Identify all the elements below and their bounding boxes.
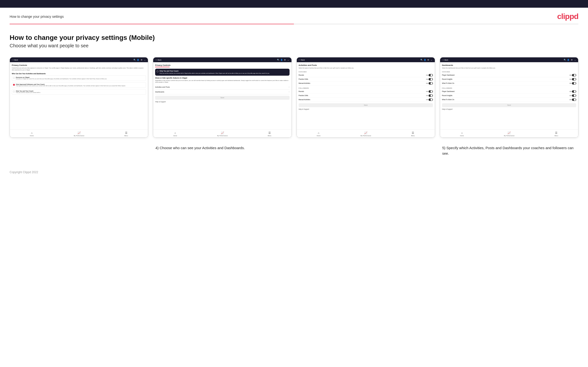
phone2-footer: ⌂ Home 📈 My Performance ☰ Menu <box>153 129 291 137</box>
privacy-title: Privacy Controls <box>12 64 146 66</box>
person-icon-4: 👤 <box>567 58 570 61</box>
search-icon-3: 🔍 <box>420 58 423 61</box>
phone4-section-title: Dashboards <box>442 64 576 66</box>
popup-radio <box>156 70 158 72</box>
copyright-text: Copyright Clippd 2022 <box>10 171 38 174</box>
phone-mockup-4: ‹ < Back 🔍 👤 ⚙ ⌄ Dashboards Select the d… <box>440 57 578 138</box>
footer-performance-3: 📈 My Performance <box>361 131 371 136</box>
toggle-switch-followers-what-to-work <box>572 99 576 101</box>
save-button-2: Save <box>155 96 289 100</box>
caption-phone1-empty <box>10 145 148 151</box>
toggle-switch-followers-round-insights <box>572 94 576 97</box>
menu-icon-4: ☰ <box>554 131 558 134</box>
footer-performance-4: 📈 My Performance <box>504 131 514 136</box>
privacy-desc: Control how you and your data appears to… <box>12 67 146 71</box>
phone1-back: ‹ < Back <box>12 59 18 61</box>
captions-area: 4) Choose who can see your Activities an… <box>10 145 578 156</box>
toggle-coaches-round-insights: Round Insights ON <box>442 77 576 81</box>
toggle-followers-rounds: Rounds ON <box>299 90 433 94</box>
chart-icon-3: 📈 <box>364 131 367 134</box>
toggle-switch-coaches-player-dash <box>572 74 576 76</box>
caption-step5: 5) Specify which Activities, Posts and D… <box>440 145 578 156</box>
caption-right: 5) Specify which Activities, Posts and D… <box>296 145 579 156</box>
footer-menu-3: ☰ Menu <box>411 131 415 136</box>
page-subheading: Choose what you want people to see <box>10 43 578 49</box>
toggle-coaches-drills: Practice Drills ON <box>299 77 433 81</box>
footer-home-2: ⌂ Home <box>173 131 177 136</box>
chart-icon-4: 📈 <box>507 131 511 134</box>
footer-performance-2: 📈 My Performance <box>217 131 228 136</box>
header-title: How to change your privacy settings <box>10 15 64 18</box>
screenshots-grid: ‹ < Back 🔍 👤 ⚙ ⌄ Privacy Controls Contro… <box>10 57 578 138</box>
help-section-2: Help & Support <box>155 100 289 104</box>
menu-item-activities: Activities and Posts › <box>155 85 289 90</box>
phone4-content: Dashboards Select the dashboards that yo… <box>440 62 578 129</box>
phone4-footer: ⌂ Home 📈 My Performance ☰ Menu <box>440 129 578 137</box>
info-section: Show or hide specific features in Clippd… <box>155 77 289 83</box>
toggle-followers-drills: Practice Drills ON <box>299 94 433 98</box>
chevron-right-activities: › <box>289 86 290 88</box>
chevron-down-icon-4: ⌄ <box>574 58 576 61</box>
toggle-switch-followers-drills <box>429 94 433 97</box>
coaches-label-3: COACHES <box>299 71 433 73</box>
toggle-followers-manual: Manual Activities ON <box>299 98 433 102</box>
chevron-left-icon: ‹ <box>12 59 12 61</box>
chevron-right-dashboards: › <box>289 91 290 93</box>
phone2-icons: 🔍 👤 ⚙ ⌄ <box>277 58 290 61</box>
phone4-header: ‹ < Back 🔍 👤 ⚙ ⌄ <box>440 57 578 62</box>
phone3-footer: ⌂ Home 📈 My Performance ☰ Menu <box>297 129 435 137</box>
chart-icon: 📈 <box>78 131 81 134</box>
top-bar <box>0 0 588 8</box>
caption-left: 4) Choose who can see your Activities an… <box>10 145 292 156</box>
home-icon-3: ⌂ <box>317 131 320 134</box>
toggle-switch-coaches-drills <box>429 78 433 80</box>
coaches-label-4: COACHES <box>442 71 576 73</box>
menu-icon-3: ☰ <box>411 131 415 134</box>
toggle-coaches-what-to-work: What To Work On ON <box>442 81 576 85</box>
menu-item-dashboards: Dashboards › <box>155 90 289 94</box>
footer-home-3: ⌂ Home <box>317 131 320 136</box>
phone-mockup-2: ‹ < Back 🔍 👤 ⚙ ⌄ Privacy Controls <box>153 57 292 138</box>
phone4-back: ‹ < Back <box>442 59 448 61</box>
chevron-down-icon-2: ⌄ <box>287 58 290 61</box>
option-everyone: Everyone on Clippd Everyone on Clippd ca… <box>12 75 146 81</box>
phone-mockup-1: ‹ < Back 🔍 👤 ⚙ ⌄ Privacy Controls Contro… <box>10 57 148 138</box>
phone3-section-title: Activities and Posts <box>299 64 433 66</box>
settings-icon-2: ⚙ <box>284 58 286 61</box>
footer-menu-4: ☰ Menu <box>554 131 558 136</box>
toggle-coaches-rounds: Rounds ON <box>299 73 433 77</box>
save-button-3: Save <box>299 103 433 107</box>
toggle-switch-coaches-round-insights <box>572 78 576 80</box>
phone3-header: ‹ < Back 🔍 👤 ⚙ ⌄ <box>297 57 435 62</box>
phone3-icons: 🔍 👤 ⚙ ⌄ <box>420 58 433 61</box>
option-approved-text: Only Approved Followers and Your Coach O… <box>16 83 126 87</box>
toggle-switch-followers-manual <box>429 99 433 101</box>
toggle-switch-coaches-what-to-work <box>572 82 576 84</box>
option-everyone-text: Everyone on Clippd Everyone on Clippd ca… <box>16 77 107 80</box>
toggle-switch-coaches-manual <box>429 82 433 84</box>
radio-only-you <box>13 91 15 92</box>
option-approved: Only Approved Followers and Your Coach O… <box>12 82 146 88</box>
search-icon: 🔍 <box>133 58 136 61</box>
toggle-switch-coaches-rounds <box>429 74 433 76</box>
popup-box: Only You and Your Coach Only you and the… <box>155 69 289 76</box>
toggle-coaches-player-dash: Player Dashboard ON <box>442 73 576 77</box>
phone2-back: ‹ < Back <box>155 59 161 61</box>
phone1-header: ‹ < Back 🔍 👤 ⚙ ⌄ <box>10 57 148 62</box>
header: How to change your privacy settings clip… <box>0 8 588 24</box>
footer-menu: ☰ Menu <box>124 131 128 136</box>
toggle-followers-what-to-work: What To Work On ON <box>442 98 576 102</box>
caption-phone3-empty <box>296 145 435 156</box>
popup-content: Only You and Your Coach Only you and the… <box>159 70 270 74</box>
toggle-switch-followers-player-dash <box>572 90 576 93</box>
menu-icon-2: ☰ <box>268 131 271 134</box>
section-label: Who Can See Your Activities and Dashboar… <box>12 73 146 75</box>
tab-underline <box>155 67 170 67</box>
phone1-icons: 🔍 👤 ⚙ ⌄ <box>133 58 146 61</box>
option-only-you: Only You and Your Coach Only you and the… <box>12 89 146 95</box>
option-only-you-text: Only You and Your Coach Only you and the… <box>16 90 40 93</box>
person-icon-3: 👤 <box>424 58 426 61</box>
logo: clippd <box>557 12 578 21</box>
radio-everyone <box>13 77 15 79</box>
phone2-content: Privacy Controls Only You and Your Coach… <box>153 62 291 129</box>
